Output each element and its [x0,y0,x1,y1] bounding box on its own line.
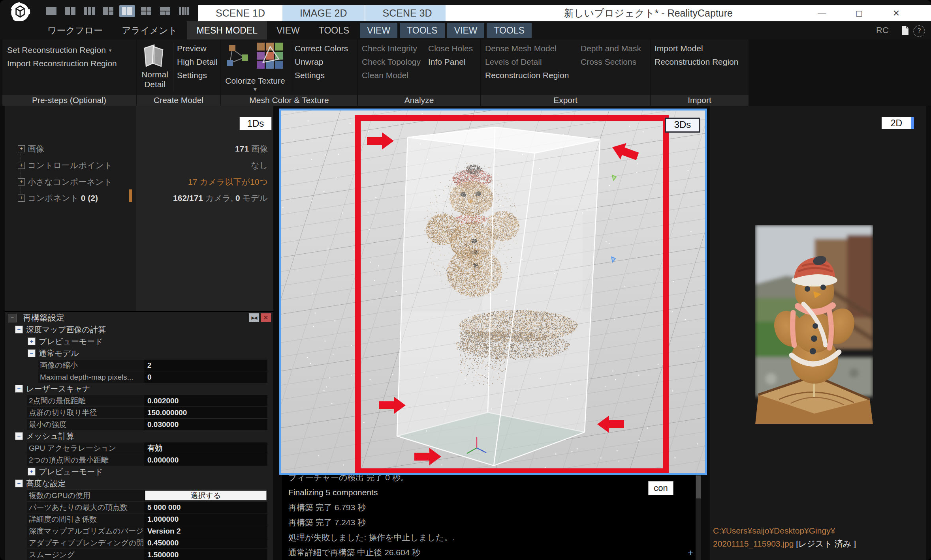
ribbon-item-info-panel[interactable]: Info Panel [428,56,466,68]
settings-prop-gpu-アクセラレーション: GPU アクセラレーション有効 [5,442,273,454]
view-badge-2d[interactable]: 2D [882,117,914,129]
settings-prop-value[interactable]: Version 2 [144,525,267,537]
expand-icon[interactable]: + [18,162,25,169]
chevron-down-icon[interactable]: ▼ [221,86,289,92]
tab-scene-1d[interactable]: SCENE 1D [198,5,282,21]
realitycapture-logo[interactable] [6,1,34,24]
ribbon-item-import-model[interactable]: Import Model [655,43,703,54]
ribbon-item-close-holes[interactable]: Close Holes [428,43,473,54]
ribbon-item-levels-of-detail[interactable]: Levels of Detail [485,56,542,68]
expand-icon[interactable]: − [15,432,23,440]
expand-icon[interactable]: + [18,178,25,185]
ribbon-item-settings[interactable]: Settings [177,69,207,81]
view-badge-console[interactable]: con [648,481,673,495]
image-2d-panel[interactable]: 2D [710,106,926,560]
expand-icon[interactable]: − [15,326,23,333]
tree-item-3[interactable]: +コンポネント 0 (2) [5,192,136,204]
layout-left-main-split-icon[interactable] [119,5,135,17]
settings-prop-value[interactable]: 0.030000 [144,418,267,430]
layout-top-main-icon[interactable] [157,5,173,17]
settings-prop-value[interactable]: 有効 [144,442,267,454]
layout-three-vertical-icon[interactable] [81,5,97,17]
menu-item-tools-4[interactable]: TOOLS [309,21,359,39]
console-add-button[interactable]: + [688,547,693,558]
ribbon-group-analyze: Analyze Check IntegrityCheck TopologyCle… [358,39,480,106]
layout-columns-icon[interactable] [176,5,192,17]
ribbon-item-check-integrity[interactable]: Check Integrity [362,43,417,54]
ribbon-item-reconstruction-region[interactable]: Reconstruction Region [655,56,738,68]
ribbon-item-clean-model[interactable]: Clean Model [362,69,408,81]
dock-panel-icon[interactable]: ▶◀ [249,313,259,322]
normal-detail-icon [141,43,167,68]
menu-item-tools-8[interactable]: TOOLS [487,23,532,38]
console-scrollbar[interactable] [696,475,701,560]
settings-prop-value[interactable]: 選択する [144,489,267,501]
collapse-icon[interactable]: − [8,314,17,322]
settings-prop-label: アダプティブブレンディングの開始 [27,537,144,549]
ribbon-item-cross-sections[interactable]: Cross Sections [581,56,636,68]
scrollbar-thumb[interactable] [696,476,701,498]
ribbon-item-reconstruction-region[interactable]: Reconstruction Region [485,69,569,81]
settings-prop-value[interactable]: 5 000 000 [144,501,267,513]
help-icon[interactable]: ? [913,25,925,37]
expand-icon[interactable]: + [28,468,36,476]
divider [173,43,173,92]
expand-icon[interactable]: + [28,337,36,345]
ribbon-item-check-topology[interactable]: Check Topology [362,56,421,68]
ribbon-item-depth-and-mask[interactable]: Depth and Mask [581,43,641,54]
select-button[interactable]: 選択する [145,491,267,500]
menu-item-tools-6[interactable]: TOOLS [400,23,445,38]
expand-icon[interactable]: − [15,385,23,393]
menu-item-mesh-model-2[interactable]: MESH MODEL [187,21,267,39]
view-tabs: SCENE 1DIMAGE 2DSCENE 3D [198,5,450,21]
menu-item-view-7[interactable]: VIEW [447,23,485,38]
view-badge-1ds[interactable]: 1Ds [239,117,272,130]
close-icon[interactable]: ✕ [883,5,909,21]
ribbon-item-correct-colors[interactable]: Correct Colors [295,43,348,54]
settings-prop-value[interactable]: 0 [144,371,267,383]
ribbon-item-high-detail[interactable]: High Detail [177,56,218,68]
settings-prop-value[interactable]: 1.000000 [144,513,267,525]
settings-prop-value[interactable]: 0.450000 [144,537,267,549]
maximize-icon[interactable]: □ [846,5,872,21]
settings-prop-value[interactable]: 150.000000 [144,406,267,418]
menu-item-view-5[interactable]: VIEW [360,23,397,38]
expand-icon[interactable]: − [15,479,23,487]
expand-icon[interactable]: + [18,145,25,152]
viewport-3d[interactable]: 3Ds [279,109,707,475]
settings-group-label: プレビューモード [39,466,103,478]
settings-prop-value[interactable]: 2 [144,359,267,371]
settings-prop-value[interactable]: 0.002000 [144,395,267,406]
image-path: C:¥Users¥saijo¥Desktop¥Gingy¥ [713,526,835,535]
ribbon-item-import-reconstruction-region[interactable]: Import Reconstruction Region [7,58,117,69]
ribbon-item-preview[interactable]: Preview [177,43,207,54]
layout-grid-2x2-icon[interactable] [138,5,154,17]
layout-left-stack-icon[interactable] [100,5,116,17]
menu-item-view-3[interactable]: VIEW [267,21,309,39]
ribbon-item-unwrap[interactable]: Unwrap [295,56,323,68]
title-bar[interactable]: ↶↷ SCENE 1DIMAGE 2DSCENE 3D 新しいプロジェクト* -… [0,0,931,21]
minimize-icon[interactable]: — [809,5,835,21]
close-panel-icon[interactable]: ✕ [261,313,271,322]
tree-item-0[interactable]: +画像 [5,143,136,155]
image-caption: C:¥Users¥saijo¥Desktop¥Gingy¥ 20201115_1… [713,524,856,550]
document-icon[interactable] [901,26,909,35]
colorize-texture-button[interactable]: Colorize Texture [221,76,289,86]
tree-item-2[interactable]: +小さなコンポーネント [5,176,136,188]
tree-item-1[interactable]: +コントロールポイント [5,159,136,171]
view-badge-3ds[interactable]: 3Ds [665,118,700,133]
settings-prop-value[interactable]: 1.500000 [144,549,267,560]
expand-icon[interactable]: − [28,349,36,357]
expand-icon[interactable]: + [18,195,25,202]
ribbon-item-settings[interactable]: Settings [295,69,325,81]
ribbon-item-dense-mesh-model[interactable]: Dense Mesh Model [485,43,557,54]
tab-image-2d[interactable]: IMAGE 2D [282,5,364,21]
layout-two-vertical-icon[interactable] [62,5,78,17]
settings-prop-value[interactable]: 0.000000 [144,454,267,466]
menu-item-アライメント-1[interactable]: アライメント [112,21,187,39]
menu-item-ワークフロー-0[interactable]: ワークフロー [38,21,112,39]
layout-single-icon[interactable] [43,5,59,17]
normal-detail-button[interactable]: Normal Detail [137,69,173,89]
ribbon-item-set-reconstruction-region[interactable]: Set Reconstruction Region▾ [7,44,111,56]
tab-scene-3d[interactable]: SCENE 3D [365,5,450,21]
